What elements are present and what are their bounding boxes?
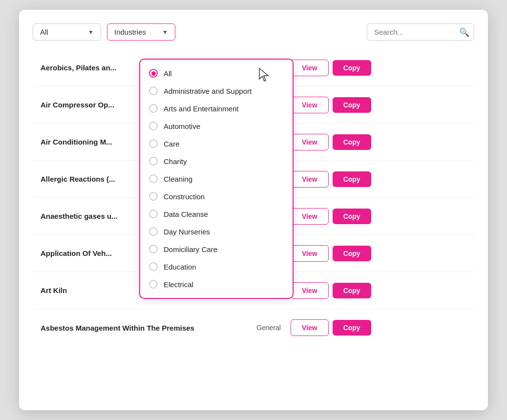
dropdown-item-dom[interactable]: Domiciliary Care (140, 240, 292, 258)
copy-button[interactable]: Copy (333, 134, 371, 150)
dropdown-item-label: Arts and Entertainment (164, 105, 238, 113)
copy-button[interactable]: Copy (333, 60, 371, 76)
dropdown-item-day[interactable]: Day Nurseries (140, 223, 292, 240)
filter-industries-arrow-icon: ▼ (162, 29, 168, 36)
row-tag: General (247, 324, 291, 332)
search-icon: 🔍 (459, 27, 469, 37)
dropdown-item-all[interactable]: All (140, 64, 292, 82)
search-input[interactable] (367, 23, 474, 41)
filter-all-arrow-icon: ▼ (88, 29, 94, 36)
dropdown-item-label: Administrative and Support (164, 87, 252, 95)
dropdown-item-elec[interactable]: Electrical (140, 275, 292, 293)
dropdown-item-charity[interactable]: Charity (140, 152, 292, 170)
dropdown-item-label: All (164, 69, 172, 78)
main-window: All ▼ Industries ▼ 🔍 Aerobics, Pilates a… (19, 10, 488, 410)
dropdown-item-label: Automotive (164, 122, 200, 130)
table-row: Asbestos Management Within The Premises … (33, 309, 474, 346)
filter-all-dropdown[interactable]: All ▼ (33, 23, 101, 41)
view-button[interactable]: View (291, 171, 329, 188)
dropdown-item-auto[interactable]: Automotive (140, 117, 292, 135)
view-button[interactable]: View (291, 60, 329, 76)
copy-button[interactable]: Copy (333, 246, 371, 261)
radio-edu (149, 262, 158, 271)
industries-dropdown-overlay: All Administrative and Support Arts and … (139, 59, 294, 299)
view-button[interactable]: View (291, 208, 329, 225)
view-button[interactable]: View (291, 245, 329, 262)
copy-button[interactable]: Copy (333, 209, 371, 224)
radio-data (149, 210, 158, 218)
radio-cleaning (149, 174, 158, 183)
filter-industries-label: Industries (114, 28, 146, 36)
dropdown-item-cleaning[interactable]: Cleaning (140, 170, 292, 188)
search-wrapper: 🔍 (367, 23, 474, 41)
dropdown-item-care[interactable]: Care (140, 135, 292, 152)
dropdown-scroll[interactable]: All Administrative and Support Arts and … (140, 64, 293, 293)
copy-button[interactable]: Copy (333, 320, 371, 336)
dropdown-item-construction[interactable]: Construction (140, 188, 292, 205)
radio-charity (149, 157, 158, 166)
dropdown-item-edu[interactable]: Education (140, 258, 292, 275)
copy-button[interactable]: Copy (333, 97, 371, 113)
row-title: Asbestos Management Within The Premises (37, 316, 247, 340)
view-button[interactable]: View (291, 282, 329, 299)
dropdown-item-label: Charity (164, 157, 187, 166)
radio-care (149, 139, 158, 148)
radio-construction (149, 192, 158, 201)
filter-industries-dropdown[interactable]: Industries ▼ (107, 23, 175, 41)
dropdown-item-label: Construction (164, 192, 205, 201)
view-button[interactable]: View (291, 97, 329, 113)
radio-arts (149, 104, 158, 113)
toolbar: All ▼ Industries ▼ 🔍 (33, 23, 474, 41)
radio-admin (149, 86, 158, 95)
dropdown-item-label: Day Nurseries (164, 228, 210, 236)
copy-button[interactable]: Copy (333, 171, 371, 187)
dropdown-item-label: Education (164, 263, 196, 271)
view-button[interactable]: View (291, 134, 329, 150)
dropdown-item-label: Electrical (164, 280, 193, 289)
radio-day (149, 227, 158, 236)
dropdown-item-data[interactable]: Data Cleanse (140, 205, 292, 223)
radio-auto (149, 122, 158, 130)
radio-elec (149, 280, 158, 289)
dropdown-item-label: Care (164, 140, 180, 148)
radio-dom (149, 245, 158, 253)
dropdown-item-arts[interactable]: Arts and Entertainment (140, 100, 292, 117)
radio-all (149, 69, 158, 78)
copy-button[interactable]: Copy (333, 283, 371, 298)
dropdown-item-label: Domiciliary Care (164, 245, 217, 253)
filter-all-label: All (40, 28, 48, 36)
dropdown-item-label: Data Cleanse (164, 210, 208, 218)
view-button[interactable]: View (291, 319, 329, 336)
dropdown-item-admin[interactable]: Administrative and Support (140, 82, 292, 100)
dropdown-item-label: Cleaning (164, 175, 192, 183)
